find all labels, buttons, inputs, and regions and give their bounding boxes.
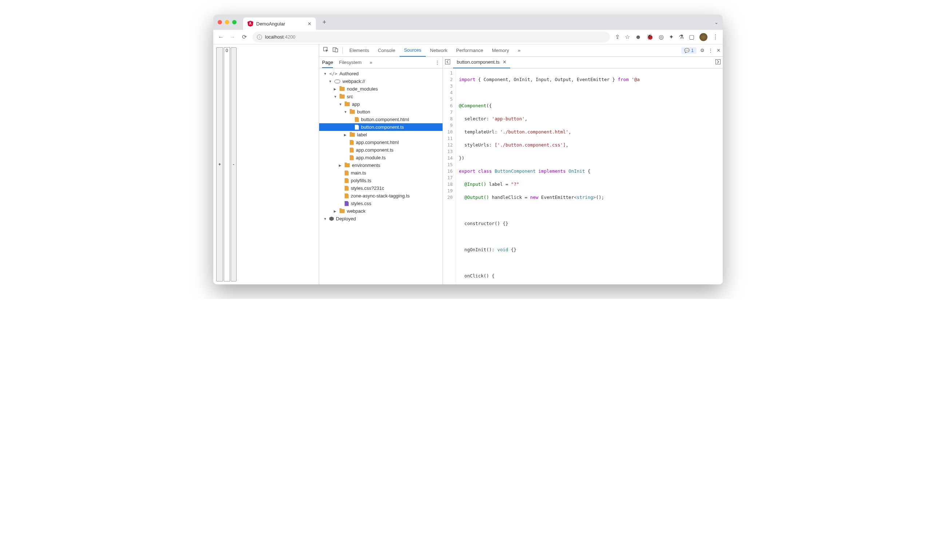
navigator-tabs: Page Filesystem » ⋮: [319, 57, 443, 68]
issues-icon: 💬: [684, 48, 689, 53]
tree-label: polyfills.ts: [351, 178, 371, 183]
new-tab-button[interactable]: +: [322, 18, 327, 26]
close-window-icon[interactable]: [217, 20, 222, 25]
extensions-puzzle-icon[interactable]: ✦: [669, 34, 674, 40]
address-field[interactable]: i localhost:4200: [253, 32, 610, 43]
tree-file-app-ts[interactable]: ▶ app.component.ts: [319, 146, 443, 154]
tree-deployed[interactable]: ▼ Deployed: [319, 215, 443, 223]
counter-value: 0: [224, 47, 230, 282]
file-icon: [345, 194, 348, 198]
nav-tab-page[interactable]: Page: [322, 60, 333, 68]
tree-file-button-ts[interactable]: ▶ button.component.ts: [319, 123, 443, 131]
back-button[interactable]: ←: [217, 34, 224, 40]
tree-label: label: [357, 132, 367, 137]
nav-tab-filesystem[interactable]: Filesystem: [339, 60, 361, 65]
decrement-button[interactable]: -: [231, 47, 236, 282]
editor-tab-active[interactable]: button.component.ts ✕: [453, 57, 510, 68]
tab-network[interactable]: Network: [426, 45, 452, 57]
tree-webpack-folder[interactable]: ▶ webpack: [319, 207, 443, 215]
tabs-menu-icon[interactable]: ⌄: [714, 20, 719, 25]
folder-icon: [345, 163, 350, 167]
devtools-close-icon[interactable]: ✕: [717, 48, 720, 53]
tree-file-app-html[interactable]: ▶ app.component.html: [319, 138, 443, 146]
tree-label: node_modules: [347, 86, 378, 92]
profile-avatar[interactable]: [700, 33, 708, 41]
folder-icon: [350, 133, 355, 137]
device-toggle-icon[interactable]: [331, 47, 340, 54]
extension-face-icon[interactable]: ☻: [635, 34, 641, 40]
devtools-tabbar-right: 💬 1 ⚙ ⋮ ✕: [681, 47, 720, 54]
tree-label: webpack: [347, 208, 365, 214]
tree-file-styles-css[interactable]: ▶ styles.css: [319, 200, 443, 207]
chevron-down-icon: ▼: [324, 217, 327, 221]
svg-rect-4: [716, 60, 720, 65]
devtools-menu-icon[interactable]: ⋮: [708, 48, 713, 53]
issues-badge[interactable]: 💬 1: [681, 47, 697, 54]
file-tree: ▼ </> Authored ▼ webpack:// ▶ no: [319, 68, 443, 285]
inspect-element-icon[interactable]: [321, 47, 331, 54]
tree-src[interactable]: ▼ src: [319, 93, 443, 100]
tree-label: app.module.ts: [356, 155, 386, 160]
tree-label: button: [357, 109, 370, 115]
chevron-right-icon: ▶: [344, 133, 347, 137]
devtools: Elements Console Sources Network Perform…: [319, 45, 723, 285]
bookmark-star-icon[interactable]: ☆: [625, 34, 630, 40]
file-icon: [350, 140, 354, 145]
tab-console[interactable]: Console: [373, 45, 399, 57]
tab-sources[interactable]: Sources: [399, 45, 426, 57]
tab-performance[interactable]: Performance: [452, 45, 487, 57]
minimize-window-icon[interactable]: [225, 20, 229, 25]
chevron-down-icon: ▼: [324, 72, 327, 75]
file-icon: [350, 148, 354, 153]
nav-more-icon[interactable]: »: [370, 60, 372, 65]
forward-button[interactable]: →: [229, 34, 236, 40]
tree-file-app-module[interactable]: ▶ app.module.ts: [319, 154, 443, 162]
chevron-right-icon: ▶: [339, 164, 342, 167]
toggle-navigator-icon[interactable]: [445, 59, 450, 65]
tree-file-zone[interactable]: ▶ zone-async-stack-tagging.ts: [319, 192, 443, 200]
nav-menu-icon[interactable]: ⋮: [435, 60, 439, 65]
extension-target-icon[interactable]: ◎: [659, 34, 664, 40]
tab-memory[interactable]: Memory: [488, 45, 513, 57]
tree-node-modules[interactable]: ▶ node_modules: [319, 85, 443, 93]
tree-label: environments: [352, 163, 380, 168]
code-editor[interactable]: 1 2 3 4 5 6 7 8 9 10 11 12 13 14 15 16 1…: [443, 68, 723, 285]
file-icon: [345, 171, 348, 175]
sidepanel-icon[interactable]: ▢: [689, 34, 694, 40]
tab-title: DemoAngular: [256, 21, 285, 26]
tab-more-icon[interactable]: »: [513, 45, 525, 57]
extension-bug-icon[interactable]: 🐞: [646, 34, 654, 40]
tree-button-folder[interactable]: ▼ button: [319, 108, 443, 115]
svg-rect-2: [335, 49, 338, 52]
browser-menu-icon[interactable]: ⋮: [712, 34, 719, 40]
editor-tab-label: button.component.ts: [457, 59, 500, 65]
tree-file-button-html[interactable]: ▶ button.component.html: [319, 115, 443, 123]
browser-tab[interactable]: DemoAngular ✕: [243, 17, 316, 30]
tab-close-icon[interactable]: ✕: [307, 21, 311, 26]
folder-icon: [350, 110, 355, 114]
angular-icon: [247, 21, 253, 26]
extension-flask-icon[interactable]: ⚗: [679, 34, 684, 40]
share-icon[interactable]: ⇪: [615, 34, 620, 40]
maximize-window-icon[interactable]: [232, 20, 236, 25]
settings-gear-icon[interactable]: ⚙: [700, 48, 705, 53]
tree-label-folder[interactable]: ▶ label: [319, 131, 443, 138]
increment-button[interactable]: +: [216, 47, 223, 282]
site-info-icon[interactable]: i: [257, 35, 262, 40]
close-icon[interactable]: ✕: [503, 59, 507, 65]
tree-app[interactable]: ▼ app: [319, 100, 443, 108]
tree-file-styles-q[interactable]: ▶ styles.css?231c: [319, 185, 443, 192]
devtools-tabbar: Elements Console Sources Network Perform…: [319, 45, 723, 57]
editor-tabs: button.component.ts ✕: [443, 57, 723, 68]
tree-file-polyfills[interactable]: ▶ polyfills.ts: [319, 177, 443, 185]
toggle-debugger-icon[interactable]: [715, 59, 720, 65]
divider: [342, 47, 343, 54]
tree-environments[interactable]: ▶ environments: [319, 162, 443, 169]
reload-button[interactable]: ⟳: [241, 34, 247, 40]
tab-elements[interactable]: Elements: [345, 45, 373, 57]
content-area: + 0 - Elements Console Sources Network P…: [213, 45, 723, 285]
tree-webpack[interactable]: ▼ webpack://: [319, 77, 443, 85]
tree-label: Authored: [339, 71, 359, 76]
tree-file-main-ts[interactable]: ▶ main.ts: [319, 169, 443, 177]
tree-authored[interactable]: ▼ </> Authored: [319, 70, 443, 77]
